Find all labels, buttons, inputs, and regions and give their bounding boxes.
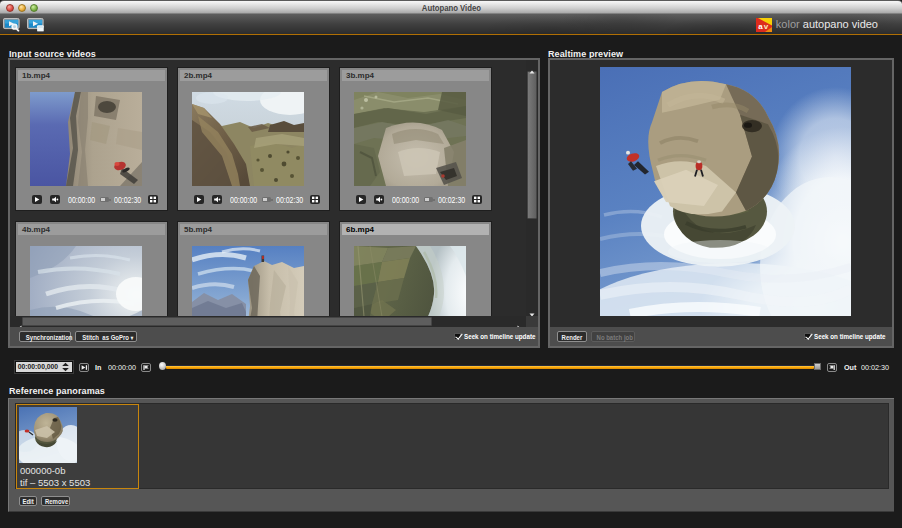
svg-text:v: v xyxy=(764,22,769,31)
svg-text:a: a xyxy=(758,22,763,31)
